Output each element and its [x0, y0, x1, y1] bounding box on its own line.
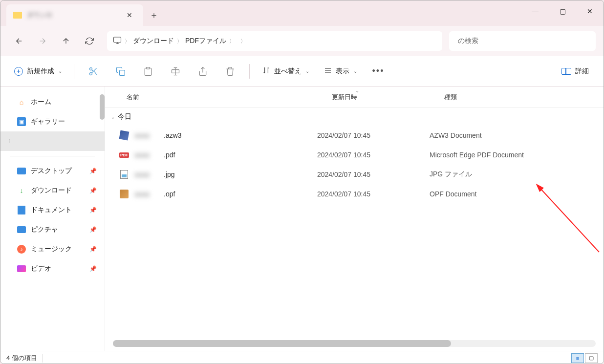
group-header[interactable]: ⌄ 今日 — [105, 108, 604, 126]
copy-button[interactable] — [108, 62, 133, 81]
statusbar: 4 個の項目 ≡ ▢ — [0, 351, 604, 364]
pin-icon: 📌 — [89, 168, 97, 174]
up-button[interactable] — [55, 30, 77, 52]
back-button[interactable] — [8, 30, 30, 52]
navbar: 〉 ダウンロード 〉 PDFファイル 〉 〉 の検索 — [0, 26, 604, 56]
pin-icon: 📌 — [89, 265, 97, 272]
pin-icon: 📌 — [89, 207, 97, 214]
chevron-right-icon[interactable]: 〉 — [122, 38, 133, 45]
divider — [10, 156, 95, 156]
horizontal-scrollbar[interactable] — [113, 340, 596, 347]
file-row[interactable]: aaaa .jpg 2024/02/07 10:45 JPG ファイル — [105, 165, 604, 184]
pin-icon: 📌 — [89, 226, 97, 233]
gallery-icon: ▣ — [17, 117, 26, 126]
close-tab-button[interactable]: ✕ — [123, 8, 136, 22]
svg-rect-0 — [114, 37, 121, 43]
file-date: 2024/02/07 10:45 — [317, 190, 430, 198]
paste-button[interactable] — [136, 62, 160, 81]
close-button[interactable]: ✕ — [576, 0, 604, 22]
tab-title: ダウンロ — [27, 11, 52, 20]
new-button[interactable]: + 新規作成 ⌄ — [9, 64, 67, 79]
sidebar: ⌂ ホーム ▣ ギャラリー 〉 デスクトップ 📌 ↓ ダウンロード 📌 — [0, 86, 105, 351]
details-pane-icon — [561, 68, 571, 75]
thumbnails-view-button[interactable]: ▢ — [585, 353, 598, 363]
details-label: 詳細 — [575, 67, 589, 76]
plus-circle-icon: + — [14, 67, 23, 76]
delete-button[interactable] — [218, 62, 242, 81]
file-icon — [119, 130, 129, 141]
sidebar-label: ビデオ — [31, 264, 51, 273]
view-button[interactable]: 表示 ⌄ — [318, 64, 363, 79]
desktop-icon — [17, 167, 26, 175]
details-button[interactable]: 詳細 — [556, 64, 595, 79]
rename-button[interactable] — [163, 62, 188, 81]
file-icon — [119, 189, 129, 199]
chevron-right-icon: 〉 — [8, 138, 12, 145]
sidebar-gallery[interactable]: ▣ ギャラリー — [0, 112, 105, 131]
chevron-right-icon[interactable]: 〉 — [237, 38, 249, 45]
sidebar-pictures[interactable]: ピクチャ 📌 — [0, 220, 105, 239]
scrollbar-thumb[interactable] — [113, 340, 451, 347]
maximize-button[interactable]: ▢ — [549, 0, 576, 22]
pin-icon: 📌 — [89, 187, 97, 194]
address-bar[interactable]: 〉 ダウンロード 〉 PDFファイル 〉 〉 — [107, 31, 442, 51]
separator — [249, 64, 250, 79]
details-view-button[interactable]: ≡ — [571, 353, 584, 363]
tab-active[interactable]: ダウンロ ✕ — [6, 4, 143, 26]
search-label: の検索 — [458, 37, 478, 45]
col-type[interactable]: 種類 — [444, 93, 604, 102]
file-type: JPG ファイル — [430, 170, 604, 179]
sidebar-desktop[interactable]: デスクトップ 📌 — [0, 161, 105, 181]
more-button[interactable]: ••• — [366, 62, 390, 81]
svg-rect-4 — [147, 67, 150, 68]
view-label: 表示 — [336, 67, 349, 76]
titlebar: ダウンロ ✕ ＋ — ▢ ✕ — [0, 0, 604, 26]
file-basename: aaaa — [134, 151, 164, 159]
new-tab-button[interactable]: ＋ — [143, 4, 165, 26]
group-label: 今日 — [118, 112, 131, 121]
file-row[interactable]: PDF aaaa .pdf 2024/02/07 10:45 Microsoft… — [105, 145, 604, 165]
sidebar-videos[interactable]: ビデオ 📌 — [0, 259, 105, 278]
minimize-button[interactable]: — — [521, 0, 549, 22]
chevron-down-icon: ⌄ — [305, 68, 309, 74]
breadcrumb-seg[interactable]: ダウンロード — [133, 37, 174, 45]
sidebar-downloads[interactable]: ↓ ダウンロード 📌 — [0, 181, 105, 200]
window-controls: — ▢ ✕ — [521, 0, 604, 22]
sidebar-cloud[interactable]: 〉 — [0, 131, 105, 151]
pin-icon: 📌 — [89, 246, 97, 253]
column-headers: 名前 ⌄ 更新日時 種類 — [105, 86, 604, 108]
sidebar-label: ホーム — [31, 98, 51, 107]
status-count: 4 個の項目 — [6, 354, 37, 363]
sidebar-home[interactable]: ⌂ ホーム — [0, 92, 105, 112]
sort-label: 並べ替え — [274, 67, 302, 76]
sidebar-documents[interactable]: ドキュメント 📌 — [0, 200, 105, 220]
main-area: ⌂ ホーム ▣ ギャラリー 〉 デスクトップ 📌 ↓ ダウンロード 📌 — [0, 86, 604, 351]
file-icon: PDF — [119, 150, 129, 160]
col-name[interactable]: 名前 — [127, 93, 332, 102]
list-icon — [324, 66, 332, 76]
sort-button[interactable]: 並べ替え ⌄ — [257, 64, 315, 79]
breadcrumb-seg[interactable]: PDFファイル — [185, 37, 226, 45]
file-row[interactable]: aaaa .azw3 2024/02/07 10:45 AZW3 Documen… — [105, 126, 604, 145]
sidebar-label: ギャラリー — [31, 117, 65, 126]
folder-icon — [13, 12, 22, 19]
search-input[interactable]: の検索 — [449, 31, 596, 51]
share-button[interactable] — [191, 62, 215, 81]
sidebar-label: ピクチャ — [31, 225, 58, 234]
home-icon: ⌂ — [17, 98, 26, 107]
sidebar-label: ミュージック — [31, 245, 72, 254]
file-row[interactable]: aaaa .opf 2024/02/07 10:45 OPF Document — [105, 184, 604, 204]
chevron-right-icon[interactable]: 〉 — [226, 38, 237, 45]
file-type: AZW3 Document — [430, 131, 604, 139]
chevron-right-icon[interactable]: 〉 — [174, 38, 185, 45]
col-date[interactable]: ⌄ 更新日時 — [332, 93, 444, 102]
sidebar-label: デスクトップ — [31, 167, 72, 175]
file-type: OPF Document — [430, 190, 604, 198]
file-date: 2024/02/07 10:45 — [317, 151, 430, 159]
file-type: Microsoft Edge PDF Document — [430, 151, 604, 159]
cut-button[interactable] — [81, 62, 106, 81]
refresh-button[interactable] — [79, 30, 100, 52]
sidebar-label: ダウンロード — [31, 186, 72, 195]
sidebar-music[interactable]: ♪ ミュージック 📌 — [0, 239, 105, 259]
forward-button[interactable] — [32, 30, 53, 52]
